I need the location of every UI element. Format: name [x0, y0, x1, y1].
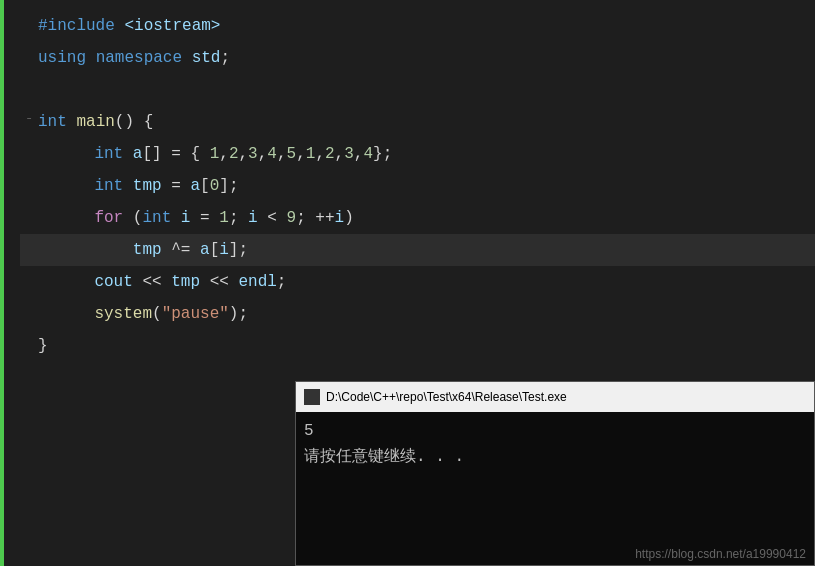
line-for: for (int i = 1; i < 9; ++i): [20, 202, 815, 234]
line-xor: tmp ^= a[i];: [20, 234, 815, 266]
code-include: #include <iostream>: [38, 10, 220, 42]
terminal-title-bar: D:\Code\C++\repo\Test\x64\Release\Test.e…: [296, 382, 814, 412]
collapse-icon[interactable]: ⁻: [25, 106, 32, 138]
terminal-title: D:\Code\C++\repo\Test\x64\Release\Test.e…: [326, 390, 567, 404]
terminal-popup: D:\Code\C++\repo\Test\x64\Release\Test.e…: [295, 381, 815, 566]
line-blank: [20, 74, 815, 106]
code-array: int a[] = { 1,2,3,4,5,1,2,3,4};: [56, 138, 392, 170]
code-using: using namespace std;: [38, 42, 230, 74]
code-tmp: int tmp = a[0];: [56, 170, 238, 202]
code-xor: tmp ^= a[i];: [56, 234, 248, 266]
line-system: system("pause");: [20, 298, 815, 330]
editor-area: #include <iostream> using namespace std;…: [0, 0, 815, 566]
line-using: using namespace std;: [20, 42, 815, 74]
code-main: int main() {: [38, 106, 153, 138]
line-array: int a[] = { 1,2,3,4,5,1,2,3,4};: [20, 138, 815, 170]
code-container: #include <iostream> using namespace std;…: [0, 10, 815, 362]
green-indicator: [0, 0, 4, 566]
line-close: }: [20, 330, 815, 362]
line-cout: cout << tmp << endl;: [20, 266, 815, 298]
code-system: system("pause");: [56, 298, 248, 330]
line-main: ⁻ int main() {: [20, 106, 815, 138]
code-close: }: [38, 330, 48, 362]
code-cout: cout << tmp << endl;: [56, 266, 286, 298]
terminal-content: 5 请按任意键继续. . .: [296, 412, 814, 476]
terminal-app-icon: [304, 389, 320, 405]
line-include: #include <iostream>: [20, 10, 815, 42]
csdn-link: https://blog.csdn.net/a19990412: [635, 547, 806, 561]
line-tmp: int tmp = a[0];: [20, 170, 815, 202]
gutter-4: ⁻: [20, 106, 38, 138]
code-for: for (int i = 1; i < 9; ++i): [56, 202, 354, 234]
terminal-output-text: 请按任意键继续. . .: [304, 444, 806, 470]
terminal-output-number: 5: [304, 418, 806, 444]
